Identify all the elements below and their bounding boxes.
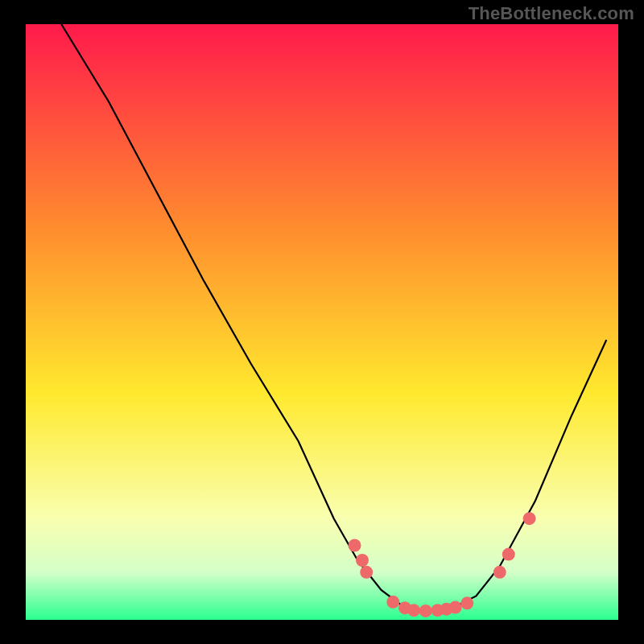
curve-marker — [349, 539, 361, 552]
curve-marker — [502, 548, 515, 561]
curve-marker — [460, 597, 473, 609]
chart-container: TheBottleneck.com — [0, 0, 644, 644]
curve-marker — [523, 512, 536, 525]
curve-marker — [356, 554, 369, 567]
curve-marker — [419, 605, 432, 617]
bottleneck-chart — [0, 0, 644, 644]
watermark-label: TheBottleneck.com — [469, 3, 634, 24]
curve-marker — [407, 604, 420, 617]
curve-marker — [493, 566, 506, 579]
curve-marker — [360, 566, 373, 579]
curve-marker — [386, 596, 399, 609]
curve-marker — [449, 601, 462, 614]
